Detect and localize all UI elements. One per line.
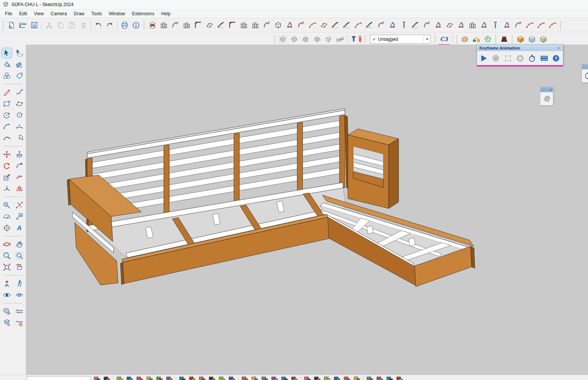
right-view-button[interactable]: [311, 34, 323, 45]
round-corner-green-button[interactable]: [538, 34, 549, 45]
round-edge-button[interactable]: [318, 19, 330, 31]
print-button[interactable]: [119, 19, 130, 31]
polyhedron-dot-button[interactable]: [307, 19, 318, 31]
status-icon[interactable]: [343, 376, 351, 380]
text-button[interactable]: A1: [14, 212, 24, 221]
shell-tool-button[interactable]: [459, 34, 471, 45]
status-icon[interactable]: [189, 376, 196, 380]
rotate-gizmo-button[interactable]: [582, 71, 588, 81]
column-single-button[interactable]: [398, 19, 410, 31]
compass-button[interactable]: [2, 223, 12, 233]
offset-button[interactable]: [14, 172, 24, 182]
fold-plane-button[interactable]: [444, 19, 455, 31]
red-frame-tool-button[interactable]: [498, 34, 510, 45]
select-keyframes-button[interactable]: [503, 53, 513, 63]
model-canvas[interactable]: [26, 45, 588, 375]
polygon-button[interactable]: [14, 110, 24, 120]
top-view-button[interactable]: [288, 34, 300, 45]
copy-button[interactable]: [55, 19, 66, 31]
orbit-button[interactable]: [2, 239, 12, 249]
line-button[interactable]: [2, 87, 12, 97]
status-icon[interactable]: [314, 376, 321, 380]
look-around-button[interactable]: [2, 290, 12, 300]
mini-toolbar-a-titlebar[interactable]: ... ×: [540, 87, 553, 92]
visibility-button[interactable]: [14, 290, 24, 300]
zoom-button[interactable]: [2, 251, 12, 261]
position-camera-button[interactable]: [2, 279, 12, 289]
keyframe-panel-close-button[interactable]: ×: [557, 46, 561, 50]
status-icon[interactable]: [324, 376, 331, 380]
delete-keyframes-button[interactable]: [515, 53, 525, 63]
status-icon[interactable]: [291, 376, 298, 380]
layer-stack-red-button[interactable]: [192, 19, 204, 31]
record-button[interactable]: [491, 53, 501, 63]
status-icon[interactable]: [116, 376, 123, 380]
status-icon[interactable]: [386, 376, 393, 380]
status-icon[interactable]: [251, 376, 258, 380]
measurements-input[interactable]: [27, 376, 91, 380]
cut-button[interactable]: [43, 19, 55, 31]
solids-export-button[interactable]: [2, 306, 12, 316]
freehand-button[interactable]: [14, 87, 24, 97]
save-button[interactable]: [29, 19, 40, 31]
status-icon[interactable]: [199, 376, 206, 380]
front-view-button[interactable]: [300, 34, 311, 45]
stick-cross-button[interactable]: [501, 19, 513, 31]
pipe-bend-button[interactable]: [261, 19, 272, 31]
model-info-button[interactable]: [130, 19, 142, 31]
menu-view[interactable]: View: [30, 10, 47, 17]
curve-hook-tool-button[interactable]: [471, 34, 482, 45]
layer-stack-color-button[interactable]: [204, 19, 215, 31]
mini-toolbar-a-close-button[interactable]: ×: [550, 88, 552, 91]
tube-curve-button[interactable]: [250, 19, 261, 31]
status-icon[interactable]: [103, 376, 111, 380]
pedestal-button[interactable]: [490, 19, 501, 31]
pentagon-tool-button[interactable]: [541, 94, 553, 104]
framed-box-button[interactable]: [364, 19, 375, 31]
status-icon[interactable]: [281, 376, 288, 380]
fold-arrow-button[interactable]: [455, 19, 467, 31]
status-icon[interactable]: [304, 376, 311, 380]
tag-filter-select[interactable]: ✓ Untagged: [370, 35, 431, 44]
falling-dominoes-button[interactable]: [433, 19, 444, 31]
menu-camera[interactable]: Camera: [47, 10, 70, 17]
flip-button[interactable]: [14, 184, 24, 194]
sofa-frame-model[interactable]: [26, 45, 588, 375]
mesh-green-tool-button[interactable]: [482, 34, 493, 45]
pan-button[interactable]: [14, 239, 24, 249]
c3-tool-button[interactable]: C3: [438, 34, 451, 45]
iso-view-button[interactable]: [277, 34, 288, 45]
laptop-panel-button[interactable]: [535, 19, 547, 31]
mini-toolbar-b-titlebar[interactable]: ...: [582, 64, 588, 69]
cone-curve-button[interactable]: [375, 19, 387, 31]
play-button[interactable]: [479, 53, 489, 63]
status-icon[interactable]: [366, 376, 373, 380]
column-array-button[interactable]: [410, 19, 421, 31]
tag-filter-dropdown-button[interactable]: [423, 35, 430, 43]
status-icon[interactable]: [218, 376, 226, 380]
status-icon[interactable]: [179, 376, 186, 380]
rotate-button[interactable]: [2, 161, 12, 171]
help-button[interactable]: ?: [551, 53, 561, 63]
hatch-face-button[interactable]: [238, 19, 250, 31]
camera-view-button[interactable]: [334, 34, 346, 45]
new-document-button[interactable]: [6, 19, 17, 31]
box-slice-button[interactable]: [284, 19, 295, 31]
cylinder-coil-button[interactable]: [421, 19, 433, 31]
three-point-arc-button[interactable]: [2, 133, 12, 143]
flatten-settings-button[interactable]: [14, 318, 24, 328]
status-icon[interactable]: [376, 376, 383, 380]
fillet-edge-button[interactable]: [330, 19, 341, 31]
status-icon[interactable]: [166, 376, 173, 380]
polygon-dashed-button[interactable]: [227, 19, 238, 31]
status-icon[interactable]: [333, 376, 341, 380]
arc-button[interactable]: [2, 122, 12, 131]
circle-button[interactable]: [2, 110, 12, 120]
push-pull-button[interactable]: [14, 149, 24, 159]
rectangle-button[interactable]: [2, 99, 12, 109]
status-icon[interactable]: [126, 376, 133, 380]
axes-button[interactable]: [2, 184, 12, 194]
timing-button[interactable]: [527, 53, 537, 63]
point-curve-button[interactable]: [170, 19, 181, 31]
lasso-button[interactable]: [14, 48, 24, 58]
